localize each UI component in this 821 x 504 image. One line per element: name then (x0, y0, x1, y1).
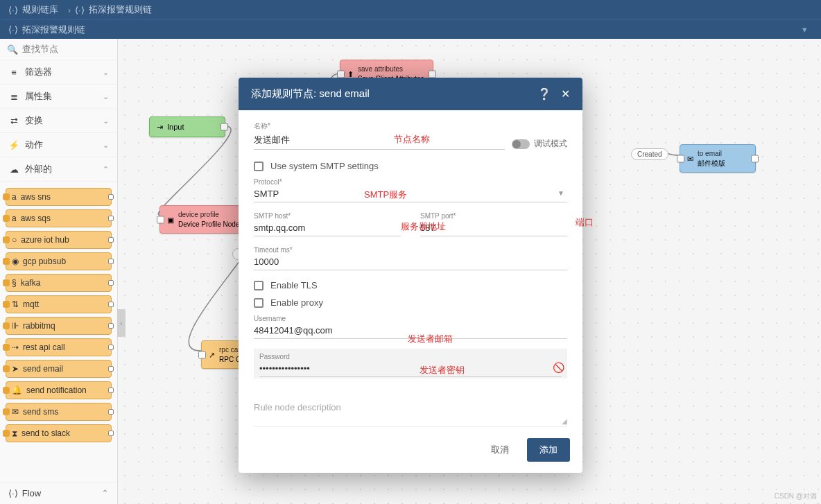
timeout-input[interactable]: 10000 (254, 255, 567, 270)
timeout-label: Timeout ms* (254, 246, 567, 254)
modal-footer: 取消 添加 (239, 430, 582, 473)
proxy-label: Enable proxy (270, 297, 323, 308)
watermark: CSDN @对酒 (775, 492, 817, 501)
host-label: SMTP host* (254, 212, 401, 220)
checkbox-icon (254, 162, 263, 171)
enable-tls-checkbox[interactable]: Enable TLS (254, 280, 567, 290)
use-system-label: Use system SMTP settings (270, 161, 379, 171)
toggle-switch[interactable] (512, 139, 530, 149)
visibility-off-icon[interactable]: 🚫 (553, 362, 564, 373)
password-input[interactable]: •••••••••••••••• (259, 362, 562, 377)
username-label: Username (254, 315, 567, 322)
resize-icon[interactable]: ◢ (562, 417, 567, 425)
enable-proxy-checkbox[interactable]: Enable proxy (254, 297, 567, 308)
checkbox-icon (254, 298, 263, 308)
desc-placeholder: Rule node description (254, 402, 341, 412)
description-textarea[interactable]: Rule node description ◢ (254, 392, 567, 427)
port-input[interactable]: 587 (420, 221, 567, 236)
name-label: 名称* (254, 121, 505, 131)
modal-header: 添加规则节点: send email ❔ ✕ (239, 78, 582, 110)
checkbox-icon (254, 281, 263, 290)
help-icon[interactable]: ❔ (537, 87, 551, 101)
port-label: SMTP port* (420, 212, 567, 220)
modal-title: 添加规则节点: send email (251, 87, 370, 101)
modal-overlay: 添加规则节点: send email ❔ ✕ 名称* 发送邮件 调试模式 Use… (0, 0, 821, 504)
chevron-down-icon: ▼ (558, 189, 564, 197)
username-input[interactable]: 48412041@qq.com (254, 324, 567, 339)
add-node-modal: 添加规则节点: send email ❔ ✕ 名称* 发送邮件 调试模式 Use… (239, 78, 582, 473)
modal-body: 名称* 发送邮件 调试模式 Use system SMTP settings P… (239, 110, 582, 430)
protocol-select[interactable]: SMTP (254, 187, 567, 202)
name-input[interactable]: 发送邮件 (254, 132, 505, 150)
password-label: Password (259, 353, 562, 360)
debug-label: 调试模式 (534, 138, 567, 150)
tls-label: Enable TLS (270, 280, 318, 290)
debug-toggle[interactable]: 调试模式 (512, 138, 567, 150)
add-button[interactable]: 添加 (527, 438, 570, 462)
protocol-label: Protocol* (254, 178, 567, 186)
host-input[interactable]: smtp.qq.com (254, 221, 401, 236)
use-system-smtp-checkbox[interactable]: Use system SMTP settings (254, 161, 567, 171)
close-icon[interactable]: ✕ (561, 87, 570, 101)
cancel-button[interactable]: 取消 (478, 438, 521, 462)
